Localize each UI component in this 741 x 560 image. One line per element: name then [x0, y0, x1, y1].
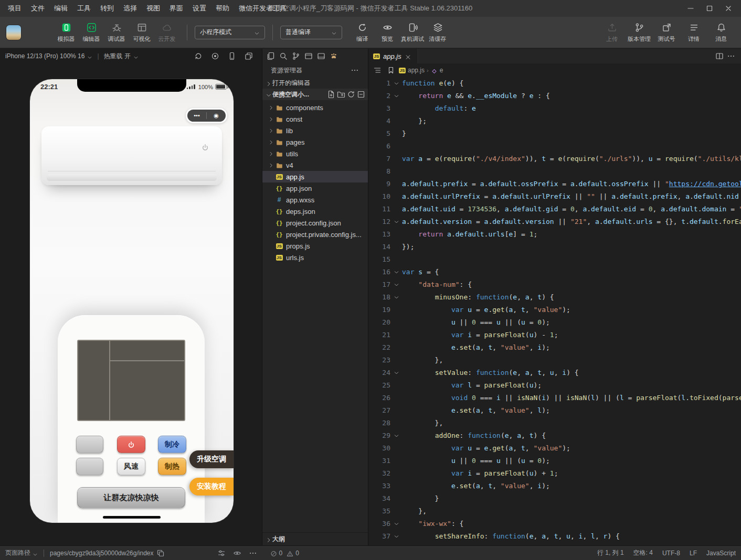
- rotate-icon[interactable]: [193, 50, 204, 62]
- chevron-down-icon[interactable]: [33, 551, 38, 556]
- code-line-36[interactable]: 36 "iwx-wx": {: [368, 518, 741, 530]
- window-icon[interactable]: [303, 50, 314, 62]
- collapse-icon[interactable]: [356, 90, 366, 100]
- panel-icon[interactable]: [315, 50, 327, 62]
- remote-blank-button[interactable]: [76, 436, 103, 453]
- code-line-34[interactable]: 34 }: [368, 492, 741, 505]
- eye-icon[interactable]: [231, 547, 243, 559]
- toolbar-devicedebug-button[interactable]: 真机调试: [400, 18, 425, 47]
- outline-section[interactable]: 大纲: [262, 532, 368, 545]
- share-button[interactable]: 让群友凉快凉快: [77, 487, 185, 508]
- code-line-16[interactable]: 16var s = {: [368, 266, 741, 278]
- toolbar-detail-button[interactable]: 详情: [680, 18, 707, 47]
- breadcrumb-symbol[interactable]: e: [440, 67, 443, 74]
- tree-item-app.js[interactable]: JSapp.js: [262, 171, 368, 182]
- code-line-22[interactable]: 22 e.set(a, t, "value", i);: [368, 341, 741, 354]
- hot-reload-toggle[interactable]: 热重载 开: [104, 52, 131, 61]
- code-line-31[interactable]: 31 u || 0 === u || (u = 0);: [368, 455, 741, 467]
- code-line-10[interactable]: 10a.default.urlPrefix = a.default.urlPre…: [368, 190, 741, 203]
- code-line-12[interactable]: 12a.default.version = a.default.version …: [368, 216, 741, 228]
- toolbar-message-button[interactable]: 消息: [707, 18, 735, 47]
- more-icon[interactable]: [725, 50, 737, 62]
- tree-item-v4[interactable]: v4: [262, 159, 368, 171]
- code-line-29[interactable]: 29 addOne: function(e, a, t) {: [368, 429, 741, 442]
- toolbar-cache-button[interactable]: 清缓存: [425, 18, 450, 47]
- maximize-icon[interactable]: [700, 1, 719, 16]
- search-icon[interactable]: [278, 50, 289, 62]
- code-line-1[interactable]: 1function e(e) {: [368, 77, 741, 90]
- code-line-8[interactable]: 8: [368, 165, 741, 178]
- code-line-15[interactable]: 15: [368, 253, 741, 266]
- code-line-9[interactable]: 9a.default.prefix = a.default.ossPrefix …: [368, 178, 741, 190]
- mode-select[interactable]: 小程序模式: [195, 26, 265, 39]
- toolbar-cloud-button[interactable]: 云开发: [154, 18, 179, 47]
- code-line-11[interactable]: 11a.default.uid = 1734536, a.default.gid…: [368, 203, 741, 216]
- close-icon[interactable]: [405, 53, 411, 60]
- code-line-7[interactable]: 7var a = e(require("./v4/index")), t = e…: [368, 153, 741, 165]
- power-button[interactable]: [117, 436, 145, 453]
- tree-item-urls.js[interactable]: JSurls.js: [262, 252, 368, 263]
- encoding[interactable]: UTF-8: [662, 550, 680, 557]
- tree-item-components[interactable]: components: [262, 102, 368, 113]
- fold-chevron-icon[interactable]: [390, 429, 402, 442]
- fold-chevron-icon[interactable]: [390, 530, 402, 543]
- tree-item-pages[interactable]: pages: [262, 136, 368, 148]
- paw-icon[interactable]: [328, 50, 340, 62]
- fold-chevron-icon[interactable]: [390, 291, 402, 304]
- remote-blank-button[interactable]: [76, 458, 103, 475]
- tune-icon[interactable]: [216, 547, 227, 559]
- fold-chevron-icon[interactable]: [390, 90, 402, 102]
- tree-item-lib[interactable]: lib: [262, 125, 368, 136]
- refresh-icon[interactable]: [346, 90, 356, 100]
- menu-item[interactable]: 设置: [188, 0, 211, 17]
- new-file-icon[interactable]: [326, 90, 336, 100]
- toolbar-compile-button[interactable]: 编译: [350, 18, 375, 47]
- code-line-33[interactable]: 33 e.set(a, t, "value", i);: [368, 480, 741, 492]
- toolbar-visual-button[interactable]: 可视化: [129, 18, 154, 47]
- code-line-30[interactable]: 30 var u = e.get(a, t, "value");: [368, 442, 741, 455]
- eol-setting[interactable]: LF: [690, 550, 697, 557]
- tree-item-project.config.json[interactable]: {}project.config.json: [262, 217, 368, 229]
- fold-chevron-icon[interactable]: [390, 216, 402, 228]
- cursor-position[interactable]: 行 1, 列 1: [597, 548, 624, 557]
- open-editors-section[interactable]: 打开的编辑器: [262, 77, 368, 89]
- code-line-35[interactable]: 35 },: [368, 505, 741, 518]
- menu-item[interactable]: 项目: [3, 0, 26, 17]
- upgrade-float-button[interactable]: 升级空调: [189, 450, 234, 468]
- toolbar-editor-button[interactable]: 编辑器: [79, 18, 104, 47]
- menu-item[interactable]: 编辑: [49, 0, 72, 17]
- code-line-32[interactable]: 32 var i = parseFloat(u) + 1;: [368, 467, 741, 480]
- breadcrumb-file[interactable]: app.js: [408, 67, 425, 74]
- record-icon[interactable]: [209, 50, 221, 62]
- code-line-5[interactable]: 5}: [368, 127, 741, 140]
- menu-item[interactable]: 选择: [119, 0, 142, 17]
- page-path-value[interactable]: pages/cbygz9da3j50000dw26g/index: [50, 550, 154, 557]
- tree-item-app.json[interactable]: {}app.json: [262, 182, 368, 194]
- files-icon[interactable]: [265, 50, 277, 62]
- tree-item-project.private.config.js...[interactable]: {}project.private.config.js...: [262, 229, 368, 240]
- menu-item[interactable]: 视图: [142, 0, 165, 17]
- tutorial-float-button[interactable]: 安装教程: [189, 478, 234, 496]
- device-selector[interactable]: iPhone 12/13 (Pro) 100% 16: [5, 52, 84, 60]
- code-line-37[interactable]: 37 setShareInfo: function(e, a, t, u, i,…: [368, 530, 741, 543]
- fan-speed-button[interactable]: 风速: [117, 458, 145, 475]
- outline-toggle-icon[interactable]: [372, 64, 383, 76]
- capsule-menu-button[interactable]: •••: [187, 113, 206, 119]
- code-line-25[interactable]: 25 var l = parseFloat(u);: [368, 379, 741, 392]
- more-icon[interactable]: [349, 64, 361, 76]
- tree-item-props.js[interactable]: JSprops.js: [262, 240, 368, 252]
- minimize-icon[interactable]: [681, 1, 700, 16]
- tree-item-deps.json[interactable]: {}deps.json: [262, 206, 368, 217]
- code-line-3[interactable]: 3 default: e: [368, 102, 741, 115]
- code-line-6[interactable]: 6: [368, 140, 741, 153]
- fold-chevron-icon[interactable]: [390, 266, 402, 278]
- code-line-23[interactable]: 23 },: [368, 354, 741, 367]
- menu-item[interactable]: 工具: [72, 0, 96, 17]
- source-control-icon[interactable]: [290, 50, 302, 62]
- tab-app-js[interactable]: JS app.js: [368, 49, 417, 63]
- tree-item-const[interactable]: const: [262, 113, 368, 125]
- code-line-20[interactable]: 20 u || 0 === u || (u = 0);: [368, 316, 741, 329]
- windows-icon[interactable]: [243, 50, 255, 62]
- code-line-2[interactable]: 2 return e && e.__esModule ? e : {: [368, 90, 741, 102]
- code-line-13[interactable]: 13 return a.default.urls[e] = 1;: [368, 228, 741, 241]
